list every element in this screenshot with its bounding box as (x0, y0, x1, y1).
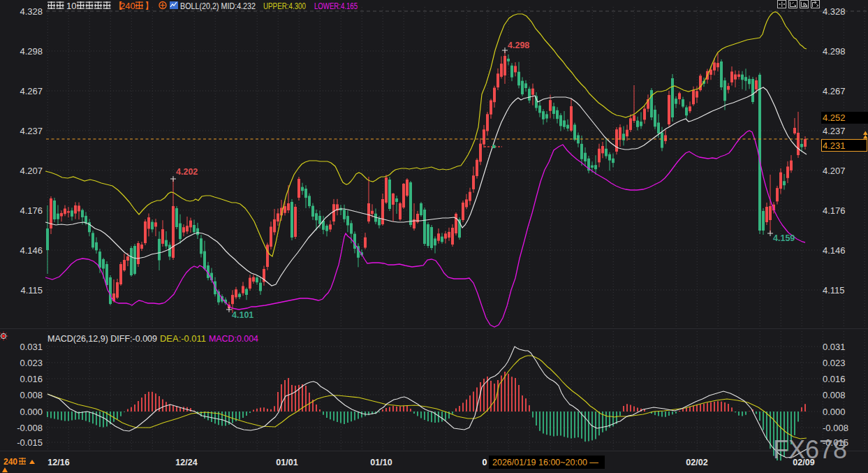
svg-text:UPPER:4.300: UPPER:4.300 (263, 1, 306, 11)
svg-text:4.176: 4.176 (823, 205, 846, 216)
svg-text:4.298: 4.298 (823, 46, 846, 57)
svg-text:BOLL(20,2) MID:4.232: BOLL(20,2) MID:4.232 (180, 1, 256, 11)
svg-text:01/01: 01/01 (276, 458, 297, 467)
svg-text:4.252: 4.252 (823, 112, 846, 123)
svg-text:12/24: 12/24 (175, 458, 197, 467)
svg-text:0.023: 0.023 (823, 358, 846, 368)
svg-text:4.207: 4.207 (20, 166, 43, 176)
svg-text:4.115: 4.115 (20, 285, 43, 296)
svg-text:4.202: 4.202 (176, 167, 198, 177)
svg-text:0.023: 0.023 (20, 358, 43, 368)
svg-text:MACD(26,12,9) DIFF:-0.009: MACD(26,12,9) DIFF:-0.009 (47, 333, 157, 344)
svg-text:4.207: 4.207 (823, 166, 846, 176)
svg-text:0.000: 0.000 (823, 407, 846, 417)
svg-text:2026/01/19 16:00~20:00 —: 2026/01/19 16:00~20:00 — (492, 458, 598, 467)
svg-text:4.146: 4.146 (823, 245, 846, 256)
svg-text:0.031: 0.031 (20, 342, 43, 352)
svg-text:0.016: 0.016 (823, 374, 846, 384)
svg-text:DEA:-0.011: DEA:-0.011 (160, 333, 206, 344)
svg-text:】: 】 (145, 1, 154, 11)
svg-text:01/10: 01/10 (370, 458, 392, 467)
svg-text:4.267: 4.267 (20, 86, 43, 96)
svg-text:4.298: 4.298 (508, 41, 529, 50)
svg-text:4.231: 4.231 (823, 140, 846, 151)
svg-text:0.008: 0.008 (20, 390, 43, 400)
svg-text:240: 240 (3, 457, 17, 467)
svg-text:0.008: 0.008 (823, 390, 846, 400)
svg-text:0.031: 0.031 (823, 342, 846, 352)
svg-text:0.016: 0.016 (20, 374, 43, 384)
svg-text:FX678: FX678 (773, 435, 847, 464)
svg-text:4.237: 4.237 (20, 126, 43, 136)
svg-text:12/16: 12/16 (47, 458, 69, 467)
svg-text:4.267: 4.267 (823, 86, 846, 96)
svg-text:-0.008: -0.008 (17, 423, 43, 433)
svg-text:4.101: 4.101 (232, 310, 253, 320)
svg-text:4.146: 4.146 (20, 245, 43, 256)
svg-text:-0.008: -0.008 (823, 423, 848, 433)
svg-text:4.159: 4.159 (773, 233, 795, 243)
svg-text:LOWER:4.165: LOWER:4.165 (314, 1, 358, 11)
svg-text:02/02: 02/02 (686, 458, 707, 467)
svg-text:10: 10 (66, 1, 76, 11)
svg-text:MACD:0.004: MACD:0.004 (209, 333, 258, 344)
svg-text:4.176: 4.176 (20, 205, 43, 216)
svg-text:4.328: 4.328 (823, 6, 846, 17)
svg-text:-0.015: -0.015 (17, 437, 43, 448)
svg-text:240: 240 (120, 1, 135, 11)
svg-text:4.298: 4.298 (20, 46, 43, 57)
svg-text:0.000: 0.000 (20, 407, 43, 417)
svg-text:4.237: 4.237 (823, 126, 846, 136)
svg-text:4.328: 4.328 (20, 6, 43, 17)
svg-text:4.115: 4.115 (823, 285, 845, 296)
svg-text:0: 0 (483, 458, 487, 467)
